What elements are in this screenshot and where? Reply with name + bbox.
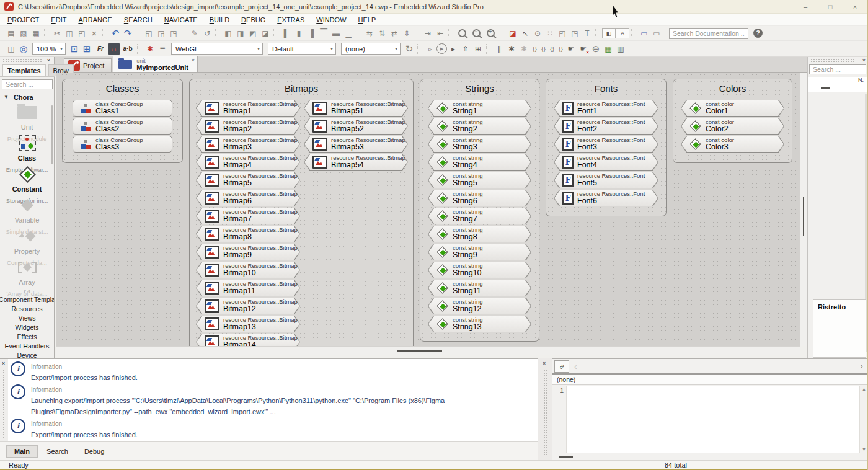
cleanup-icon[interactable]: ▥ bbox=[614, 43, 627, 55]
menu-item[interactable]: ARRANGE bbox=[78, 16, 112, 24]
bitmaps-group[interactable]: Bitmaps resource Resources::Bitmap Bitma… bbox=[189, 79, 414, 346]
log-tab[interactable]: Debug bbox=[77, 446, 112, 457]
sidebar-section[interactable]: Component Templa bbox=[0, 295, 54, 304]
class-item[interactable]: class Core::Group Class1 bbox=[73, 100, 172, 117]
sidebar-section[interactable]: Widgets bbox=[0, 322, 54, 332]
bitmap-item[interactable]: resource Resources::Bitmap Bitmap9 bbox=[196, 244, 300, 260]
dock-mode-icon[interactable]: ∷ bbox=[544, 28, 556, 39]
link-icon[interactable]: ∞ bbox=[554, 360, 569, 373]
language-select[interactable]: (none) bbox=[341, 43, 401, 55]
pause-icon[interactable]: ∥ bbox=[493, 43, 505, 55]
profile-select[interactable]: Default bbox=[268, 43, 336, 55]
zoom-level-select[interactable]: 100 % bbox=[32, 43, 66, 55]
string-item[interactable]: const string String7 bbox=[428, 208, 531, 224]
step-out-icon[interactable]: { } bbox=[547, 43, 556, 55]
tab-my-imported-unit[interactable]: unit MyImportedUnit × bbox=[113, 56, 198, 72]
bitmap-item[interactable]: resource Resources::Bitmap Bitmap10 bbox=[196, 262, 300, 278]
sidebar-section[interactable]: Event Handlers bbox=[0, 341, 54, 350]
template-item-unit[interactable]: Unit Project module bbox=[0, 104, 54, 135]
run-icon[interactable]: ▹ bbox=[424, 43, 436, 55]
run-debug-icon[interactable]: ▸ bbox=[447, 43, 459, 55]
sidebar-section[interactable]: Views bbox=[0, 313, 54, 322]
documentation-search-input[interactable] bbox=[669, 28, 748, 39]
font-item[interactable]: F resource Resources::Font Font3 bbox=[554, 136, 658, 153]
classes-group[interactable]: Classes class Core::Group Class1 class C… bbox=[62, 79, 183, 163]
paste-icon[interactable]: ◰ bbox=[76, 28, 88, 39]
reload-icon[interactable]: ↻ bbox=[403, 43, 415, 55]
snap-magnet-icon[interactable]: ∩ bbox=[108, 43, 120, 55]
inspector-empty-row[interactable] bbox=[808, 84, 867, 92]
font-item[interactable]: F resource Resources::Font Font4 bbox=[554, 154, 658, 171]
cut-icon[interactable]: ✂ bbox=[51, 28, 63, 39]
canvas-vertical-scrollbar[interactable] bbox=[800, 73, 807, 346]
help-icon[interactable]: ? bbox=[753, 29, 763, 38]
maximize-button[interactable]: □ bbox=[826, 3, 835, 11]
editor-scroll-thumb[interactable] bbox=[559, 456, 573, 458]
string-item[interactable]: const string String3 bbox=[428, 136, 531, 153]
inspector-search-input[interactable] bbox=[809, 64, 866, 74]
sidebar-search-input[interactable] bbox=[2, 79, 53, 89]
code-editor-area[interactable] bbox=[567, 386, 859, 453]
align-center-icon[interactable]: ▮ bbox=[293, 28, 305, 39]
class-item[interactable]: class Core::Group Class3 bbox=[73, 136, 172, 153]
colors-group[interactable]: Colors const color Color1 bbox=[673, 79, 792, 163]
align-bottom-icon[interactable]: ▁ bbox=[342, 28, 355, 39]
string-item[interactable]: const string String12 bbox=[428, 298, 531, 314]
bitmap-item[interactable]: resource Resources::Bitmap Bitmap14 bbox=[196, 334, 300, 346]
font-item[interactable]: F resource Resources::Font Font1 bbox=[554, 100, 658, 117]
bitmap-item[interactable]: resource Resources::Bitmap Bitmap53 bbox=[304, 136, 408, 153]
pick-origin-icon[interactable]: ⊙ bbox=[531, 28, 544, 39]
close-button[interactable]: × bbox=[851, 3, 859, 11]
inspector-drag-handle[interactable] bbox=[810, 58, 856, 62]
delete-icon[interactable]: × bbox=[88, 28, 100, 39]
rotate-handles-icon[interactable]: ◳ bbox=[569, 28, 581, 39]
distribute-vertical-icon[interactable]: ⇅ bbox=[376, 28, 388, 39]
string-item[interactable]: const string String10 bbox=[428, 262, 531, 278]
prototyper-icon[interactable]: ▦ bbox=[602, 43, 614, 55]
tab-templates[interactable]: Templates bbox=[2, 64, 46, 76]
redo-icon[interactable]: ↷ bbox=[122, 28, 134, 39]
disable-breakpoints-icon[interactable]: ✱ bbox=[518, 43, 530, 55]
align-left-icon[interactable]: ▌ bbox=[280, 28, 293, 39]
edit-members-icon[interactable]: ✎ bbox=[188, 28, 201, 39]
new-project-icon[interactable]: ▤ bbox=[5, 28, 17, 39]
zoom-out-icon[interactable] bbox=[472, 29, 480, 37]
paste-inside-icon[interactable]: ◲ bbox=[155, 28, 167, 39]
string-item[interactable]: const string String6 bbox=[428, 190, 531, 206]
menu-item[interactable]: BUILD bbox=[210, 16, 229, 24]
step-over-icon[interactable]: { } bbox=[539, 43, 547, 55]
zoom-fit-icon[interactable] bbox=[458, 29, 466, 37]
tab-close-icon[interactable]: × bbox=[192, 57, 195, 63]
strings-group[interactable]: Strings const string String1 bbox=[420, 79, 539, 342]
outdent-icon[interactable]: ⇤ bbox=[434, 28, 446, 39]
string-item[interactable]: const string String5 bbox=[428, 172, 531, 188]
code-forward-icon[interactable]: › bbox=[860, 361, 863, 371]
bitmap-item[interactable]: resource Resources::Bitmap Bitmap13 bbox=[196, 316, 300, 332]
resize-handles-icon[interactable]: ◰ bbox=[556, 28, 569, 39]
inspector-close-icon[interactable]: × bbox=[862, 58, 866, 63]
color-item[interactable]: const color Color1 bbox=[681, 100, 784, 117]
code-panel-close-icon[interactable]: × bbox=[542, 361, 546, 366]
color-item[interactable]: const color Color3 bbox=[681, 136, 784, 153]
save-project-icon[interactable]: ▦ bbox=[30, 28, 42, 39]
bitmap-item[interactable]: resource Resources::Bitmap Bitmap7 bbox=[196, 208, 300, 224]
bitmap-item[interactable]: resource Resources::Bitmap Bitmap6 bbox=[196, 190, 300, 206]
add-annotation-icon[interactable]: ▭ bbox=[638, 28, 650, 39]
resize-horizontal-icon[interactable]: ⇄ bbox=[388, 28, 401, 39]
run-to-cursor-icon[interactable]: { } bbox=[556, 43, 565, 55]
open-project-icon[interactable]: ▧ bbox=[17, 28, 30, 39]
log-tab[interactable]: Main bbox=[6, 445, 38, 458]
debug-scene-icon[interactable]: ◪ bbox=[507, 28, 519, 39]
bottom-splitter[interactable]: × bbox=[538, 358, 552, 460]
menu-item[interactable]: WINDOW bbox=[316, 16, 346, 24]
menu-item[interactable]: EXTRAS bbox=[277, 16, 304, 24]
log-entry[interactable]: i Information Launching export/import pr… bbox=[11, 383, 538, 417]
sidebar-section[interactable]: Resources bbox=[0, 304, 54, 313]
sidebar-close-icon[interactable]: × bbox=[47, 58, 50, 63]
log-window-icon[interactable]: ≣ bbox=[156, 43, 169, 55]
log-entry[interactable]: i Information Export/import process has … bbox=[11, 417, 538, 440]
bitmap-item[interactable]: resource Resources::Bitmap Bitmap12 bbox=[196, 298, 300, 314]
log-tab[interactable]: Search bbox=[39, 446, 76, 457]
color-item[interactable]: const color Color2 bbox=[681, 118, 784, 135]
select-mode-icon[interactable]: ↖ bbox=[519, 28, 531, 39]
